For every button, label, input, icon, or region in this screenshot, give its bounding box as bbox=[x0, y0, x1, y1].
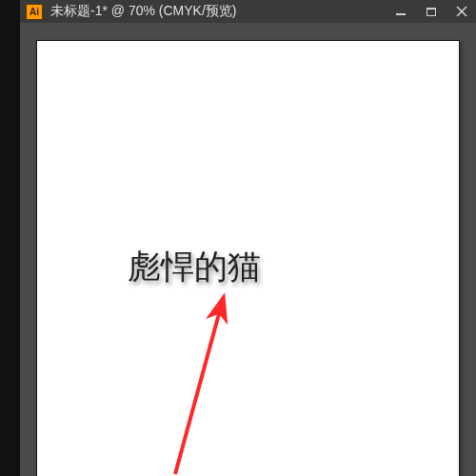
app-icon-label: Ai bbox=[30, 7, 39, 17]
app-window: Ai 未标题-1* @ 70% (CMYK/预览) 彪悍的猫 bbox=[0, 0, 476, 476]
title-bar: Ai 未标题-1* @ 70% (CMYK/预览) bbox=[20, 0, 476, 23]
close-button[interactable] bbox=[453, 6, 470, 17]
illustrator-icon: Ai bbox=[26, 4, 43, 20]
text-object[interactable]: 彪悍的猫 bbox=[128, 245, 261, 289]
minimize-button[interactable] bbox=[392, 8, 409, 15]
artboard[interactable]: 彪悍的猫 bbox=[36, 40, 460, 476]
annotation-arrow-icon bbox=[151, 288, 285, 476]
document-title: 未标题-1* @ 70% (CMYK/预览) bbox=[50, 3, 236, 20]
maximize-button[interactable] bbox=[423, 8, 440, 16]
close-icon bbox=[456, 6, 467, 17]
left-margin bbox=[0, 0, 20, 476]
svg-line-2 bbox=[175, 300, 223, 474]
workspace: 彪悍的猫 bbox=[20, 23, 476, 476]
window-controls bbox=[392, 0, 476, 23]
